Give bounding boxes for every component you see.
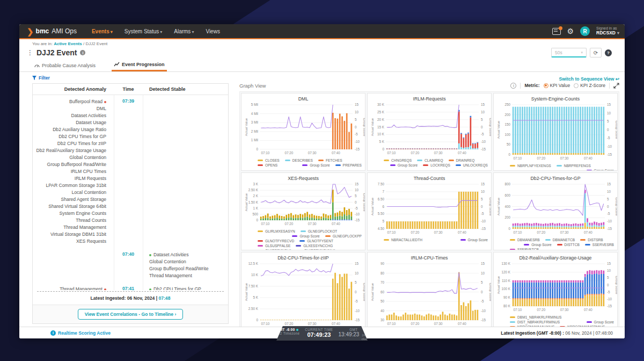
refresh-interval-select[interactable]: 50s▾ xyxy=(551,48,587,57)
chart-card[interactable]: Thread-Counts7.5076.5065.5054.50151050-5… xyxy=(367,172,492,250)
legend-item[interactable]: DBMANETCB xyxy=(545,238,575,242)
legend-item[interactable]: DISTTCB xyxy=(557,243,580,247)
svg-text:07:30: 07:30 xyxy=(434,230,443,234)
tab-probable-cause-analysis[interactable]: Probable Cause Analysis xyxy=(32,59,98,71)
chart-card[interactable]: IRLM-Requests30 K25 K20 K15 K10 K5 K0151… xyxy=(367,93,492,171)
kebab-menu-icon[interactable]: ⋮ xyxy=(27,49,33,56)
chart-legend: DBMANESRBDBMANETCBDISTSRBGroup ScoreDIST… xyxy=(496,237,615,250)
svg-text:2 K: 2 K xyxy=(253,194,259,198)
legend-item[interactable]: GLIRLMXESASYN xyxy=(258,229,295,233)
chart-legend: CHNGREQSCLAIMREQDRAINREQGroup ScoreLOCKR… xyxy=(370,158,489,167)
table-row: Thread ManagementThroughput07:41Db2 CPU … xyxy=(33,286,228,290)
legend-item[interactable]: Group Score xyxy=(292,234,319,238)
svg-text:-10: -10 xyxy=(481,219,486,223)
refresh-button[interactable]: ⟳ xyxy=(590,48,602,57)
legend-item[interactable]: DBMANESRB xyxy=(510,238,540,242)
legend-item[interactable]: OPENS xyxy=(258,163,277,167)
chart-card[interactable]: XES-Requests3 K2.50 K2 K1.50 K1 K5000151… xyxy=(241,172,365,250)
legend-item[interactable]: NBRACTALLIEDTH xyxy=(384,238,422,242)
legend-item[interactable]: CLOSES xyxy=(258,158,280,162)
legend-item[interactable]: SSERVETCB xyxy=(510,248,539,250)
legend-item[interactable]: GLXESSYNCLK xyxy=(258,249,291,250)
legend-item[interactable]: DBM1_NBR4KRLFRMINUS xyxy=(510,315,561,319)
svg-text:0: 0 xyxy=(607,128,609,132)
anomaly-time[interactable]: 07:41 xyxy=(122,286,134,290)
legend-item[interactable]: DISTSRB xyxy=(580,238,603,242)
svg-text:15: 15 xyxy=(481,103,485,106)
chart-card[interactable]: Db2-Real/Auxiliary-Storage-Usage130 K120… xyxy=(493,252,618,330)
nav-alarms[interactable]: Alarms▾ xyxy=(174,28,194,34)
anomaly-time[interactable]: 07:40 xyxy=(122,251,134,257)
legend-item[interactable]: GLNEGPLOCKOT xyxy=(301,229,338,233)
tab-event-progression[interactable]: Event Progression xyxy=(112,59,167,71)
chart-card[interactable]: DML5 Mil4 Mil3 Mil2 Mil1 Mil0151050-5-10… xyxy=(241,93,365,171)
legend-item[interactable]: GLSUSPFALSE xyxy=(258,244,290,248)
svg-text:5.50: 5.50 xyxy=(378,212,385,215)
legend-swatch-icon xyxy=(524,244,529,246)
legend-item[interactable]: CHNGREQS xyxy=(384,158,412,162)
svg-text:6: 6 xyxy=(382,205,384,208)
legend-item[interactable]: LOCKREQS xyxy=(423,163,450,167)
legend-item[interactable]: GLNOTFYSENT xyxy=(299,239,333,243)
nav-views[interactable]: Views xyxy=(206,28,220,34)
expand-icon[interactable] xyxy=(613,83,619,89)
legend-item[interactable]: SSERVESRB xyxy=(585,243,614,247)
view-event-correlations-button[interactable]: View Event Correlations - Go to Timeline… xyxy=(78,309,184,320)
legend-item[interactable]: Group Score xyxy=(587,320,614,324)
svg-text:-15: -15 xyxy=(355,218,360,222)
legend-item[interactable]: Group Score xyxy=(587,169,614,171)
svg-text:07:40: 07:40 xyxy=(584,308,592,312)
svg-text:Actual Value: Actual Value xyxy=(371,118,374,136)
stable-dot-icon xyxy=(149,288,151,290)
switch-to-sequence-view-link[interactable]: Switch to Sequence View ↩ xyxy=(559,76,619,82)
legend-item[interactable]: Group Score xyxy=(390,163,418,167)
stable-item: Thread Management xyxy=(149,272,228,279)
legend-item[interactable]: UNLOCKREQS xyxy=(456,163,488,167)
user-menu[interactable]: Signed in as RDCSXD▾ xyxy=(596,26,619,35)
username: RDCSXD xyxy=(596,30,616,35)
stable-dot-icon xyxy=(149,254,151,256)
legend-item[interactable]: DRAINREQ xyxy=(449,158,475,162)
legend-item[interactable]: FETCHES xyxy=(318,158,342,162)
legend-item[interactable]: GLNOTFYRECVD xyxy=(258,239,294,243)
legend-item[interactable]: GLNEGPLOCKPP xyxy=(325,234,362,238)
svg-text:-15: -15 xyxy=(607,153,612,156)
legend-item[interactable]: GLXESSYNCCHG xyxy=(296,244,333,248)
gear-icon[interactable]: ⚙ xyxy=(567,27,574,35)
radio-kpi-zscore[interactable]: KPI Z-Score xyxy=(574,83,605,88)
legend-item[interactable]: DIST_NBR4KRLFRMINUS xyxy=(510,320,560,324)
chart-card[interactable]: System-Engine-Counts25020015010050015105… xyxy=(493,93,618,171)
legend-item[interactable]: NBRPLNFYEXENGS xyxy=(510,164,551,168)
legend-item[interactable]: Group Score xyxy=(460,238,488,242)
svg-text:70: 70 xyxy=(380,280,385,284)
nav-events[interactable]: Events▾ xyxy=(92,28,113,34)
chart-title: IRLM-CPU-Times xyxy=(370,254,489,261)
chart-card[interactable]: IRLM-CPU-Times90807060504030151050-5-10-… xyxy=(367,252,492,330)
nav-system-status[interactable]: System Status▾ xyxy=(125,28,162,34)
filter-control[interactable]: Filter xyxy=(32,75,234,81)
chart-card[interactable]: Db2-CPU-Times-for-zIIP12.5 K10 K7.50 K5 … xyxy=(241,252,365,330)
breadcrumb-link-active-events[interactable]: Active Events xyxy=(54,41,82,46)
stable-item: Dataset Activities xyxy=(149,251,228,258)
avatar[interactable]: R xyxy=(580,26,590,36)
legend-item[interactable]: Group Score xyxy=(524,243,551,247)
chevron-down-icon: ▾ xyxy=(192,30,194,34)
chart-card[interactable]: Db2-CPU-Times-for-GP8006004002000151050-… xyxy=(493,172,618,250)
radio-kpi-value[interactable]: KPI Value xyxy=(544,83,570,88)
help-icon[interactable]: ? xyxy=(605,49,612,56)
info-icon: i xyxy=(50,330,56,336)
console-notifications-icon[interactable] xyxy=(552,28,561,35)
legend-item[interactable]: GLXESSYNCUNLK xyxy=(296,249,335,250)
legend-swatch-icon xyxy=(510,249,515,250)
legend-item[interactable]: PREPARES xyxy=(335,163,362,167)
legend-item[interactable]: Group Score xyxy=(302,163,330,167)
legend-item[interactable]: CLAIMREQ xyxy=(417,158,443,162)
legend-item[interactable]: DESCRIBES xyxy=(285,158,313,162)
legend-item[interactable]: NBRPREFENGS xyxy=(557,164,591,168)
anomaly-time[interactable]: 07:39 xyxy=(122,98,134,104)
svg-text:50: 50 xyxy=(507,142,511,146)
svg-text:07:10: 07:10 xyxy=(513,156,522,160)
info-icon[interactable]: i xyxy=(510,83,516,89)
metric-label: Metric: xyxy=(524,83,539,88)
info-icon[interactable]: i xyxy=(80,50,85,55)
